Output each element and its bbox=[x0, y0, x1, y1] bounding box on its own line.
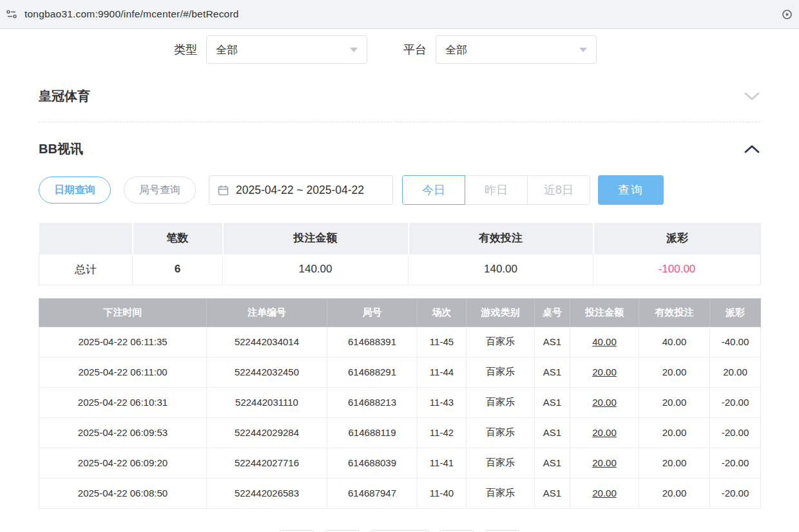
cell-bet-time: 2025-04-22 06:08:50 bbox=[39, 478, 207, 508]
date-query-tab[interactable]: 日期查询 bbox=[39, 176, 111, 204]
cell-session: 11-43 bbox=[418, 387, 467, 417]
chevron-up-icon[interactable] bbox=[744, 144, 760, 154]
cell-payout: -20.00 bbox=[710, 387, 761, 417]
cell-payout: -20.00 bbox=[710, 417, 761, 448]
header-table-no: 桌号 bbox=[535, 298, 570, 327]
cell-valid-bet: 20.00 bbox=[639, 387, 710, 417]
summary-header-valid-bet: 有效投注 bbox=[409, 223, 593, 254]
quick-range-group: 今日 昨日 近8日 bbox=[402, 175, 590, 205]
summary-total-count: 6 bbox=[133, 254, 223, 285]
cell-game-type: 百家乐 bbox=[467, 478, 535, 508]
bet-amount-link[interactable]: 20.00 bbox=[570, 387, 639, 417]
section-crown-sports[interactable]: 皇冠体育 bbox=[39, 88, 760, 105]
cell-game-type: 百家乐 bbox=[467, 448, 535, 478]
bet-amount-link[interactable]: 20.00 bbox=[570, 417, 639, 448]
table-row: 2025-04-22 06:10:31 522442031110 6146882… bbox=[39, 387, 761, 417]
site-settings-icon[interactable] bbox=[5, 8, 18, 21]
cell-valid-bet: 20.00 bbox=[639, 417, 710, 448]
section-bb-video[interactable]: BB视讯 bbox=[39, 140, 760, 158]
bet-amount-link[interactable]: 40.00 bbox=[570, 327, 639, 357]
pagination-last-button[interactable] bbox=[485, 530, 519, 532]
cell-bet-id: 522442034014 bbox=[207, 327, 327, 357]
pagination-next-button[interactable] bbox=[439, 530, 474, 532]
type-select-value: 全部 bbox=[216, 43, 238, 57]
cell-round-id: 614688119 bbox=[327, 417, 418, 448]
cell-valid-bet: 20.00 bbox=[639, 448, 710, 478]
cell-bet-id: 522442029284 bbox=[207, 417, 327, 448]
cell-table-no: AS1 bbox=[535, 478, 570, 508]
url-text[interactable]: tongbao31.com:9900/infe/mcenter/#/betRec… bbox=[24, 8, 239, 20]
today-button[interactable]: 今日 bbox=[402, 175, 465, 205]
summary-header-payout: 派彩 bbox=[593, 223, 761, 254]
table-row: 2025-04-22 06:11:35 522442034014 6146883… bbox=[39, 327, 761, 357]
pagination-first-button[interactable] bbox=[280, 530, 314, 532]
platform-select-value: 全部 bbox=[445, 43, 467, 57]
cell-table-no: AS1 bbox=[535, 327, 570, 357]
cell-bet-time: 2025-04-22 06:09:20 bbox=[39, 448, 207, 478]
table-row: 2025-04-22 06:09:53 522442029284 6146881… bbox=[39, 417, 761, 448]
header-session: 场次 bbox=[418, 298, 467, 327]
cell-session: 11-45 bbox=[418, 327, 467, 357]
cell-game-type: 百家乐 bbox=[467, 327, 535, 357]
target-circle-icon[interactable] bbox=[782, 9, 793, 20]
cell-round-id: 614688213 bbox=[327, 387, 418, 417]
summary-table-header: 笔数 投注金额 有效投注 派彩 bbox=[39, 223, 761, 254]
summary-header-bet-amount: 投注金额 bbox=[223, 223, 409, 254]
bet-record-page: 类型 全部 平台 全部 皇冠体育 BB视讯 日期查询 局号查询 bbox=[0, 35, 799, 532]
cell-round-id: 614688039 bbox=[327, 448, 418, 478]
pagination-page-indicator[interactable] bbox=[370, 530, 429, 532]
browser-address-bar: tongbao31.com:9900/infe/mcenter/#/betRec… bbox=[0, 0, 799, 29]
cell-payout: -40.00 bbox=[710, 327, 761, 357]
pagination bbox=[39, 530, 760, 532]
cell-payout: -20.00 bbox=[710, 478, 761, 508]
cell-session: 11-41 bbox=[418, 448, 467, 478]
bet-amount-link[interactable]: 20.00 bbox=[570, 478, 639, 508]
chevron-down-icon bbox=[350, 48, 358, 52]
cell-valid-bet: 40.00 bbox=[639, 327, 710, 357]
type-select[interactable]: 全部 bbox=[206, 35, 367, 64]
round-query-tab[interactable]: 局号查询 bbox=[124, 176, 196, 204]
cell-bet-time: 2025-04-22 06:10:31 bbox=[39, 387, 207, 417]
summary-total-payout: -100.00 bbox=[593, 254, 761, 285]
header-bet-amount: 投注金额 bbox=[570, 298, 639, 327]
cell-bet-id: 522442031110 bbox=[207, 387, 327, 417]
cell-valid-bet: 20.00 bbox=[639, 478, 710, 508]
table-row: 2025-04-22 06:11:00 522442032450 6146882… bbox=[39, 357, 761, 387]
cell-payout: 20.00 bbox=[710, 357, 761, 387]
cell-round-id: 614687947 bbox=[327, 478, 418, 508]
table-row: 2025-04-22 06:08:50 522442026583 6146879… bbox=[39, 478, 761, 508]
summary-table: 笔数 投注金额 有效投注 派彩 总计 6 140.00 140.00 -100.… bbox=[39, 223, 761, 285]
header-valid-bet: 有效投注 bbox=[639, 298, 710, 327]
summary-header-blank bbox=[39, 223, 133, 254]
header-round-id: 局号 bbox=[327, 298, 418, 327]
crown-sports-title: 皇冠体育 bbox=[39, 88, 90, 105]
last-8-days-button[interactable]: 近8日 bbox=[527, 175, 590, 205]
bb-video-title: BB视讯 bbox=[39, 140, 83, 158]
summary-total-row: 总计 6 140.00 140.00 -100.00 bbox=[39, 254, 761, 285]
chevron-down-icon[interactable] bbox=[744, 91, 760, 101]
header-game-type: 游戏类别 bbox=[467, 298, 535, 327]
query-toolbar: 日期查询 局号查询 2025-04-22 ~ 2025-04-22 今日 昨日 … bbox=[39, 175, 760, 205]
cell-bet-time: 2025-04-22 06:11:35 bbox=[39, 327, 207, 357]
platform-select[interactable]: 全部 bbox=[436, 35, 597, 64]
pagination-prev-button[interactable] bbox=[325, 530, 360, 532]
cell-session: 11-42 bbox=[418, 417, 467, 448]
cell-bet-id: 522442032450 bbox=[207, 357, 327, 387]
platform-filter-label: 平台 bbox=[403, 42, 427, 57]
bet-records-table: 下注时间 注单编号 局号 场次 游戏类别 桌号 投注金额 有效投注 派彩 202… bbox=[39, 298, 761, 509]
cell-bet-time: 2025-04-22 06:09:53 bbox=[39, 417, 207, 448]
summary-total-label: 总计 bbox=[39, 254, 133, 285]
filter-row: 类型 全部 平台 全部 bbox=[174, 35, 760, 64]
date-range-picker[interactable]: 2025-04-22 ~ 2025-04-22 bbox=[209, 175, 393, 205]
cell-bet-id: 522442026583 bbox=[207, 478, 327, 508]
bet-table-header: 下注时间 注单编号 局号 场次 游戏类别 桌号 投注金额 有效投注 派彩 bbox=[39, 298, 761, 327]
cell-table-no: AS1 bbox=[535, 387, 570, 417]
yesterday-button[interactable]: 昨日 bbox=[465, 175, 528, 205]
date-range-value: 2025-04-22 ~ 2025-04-22 bbox=[236, 184, 364, 197]
bet-amount-link[interactable]: 20.00 bbox=[570, 357, 639, 387]
cell-bet-time: 2025-04-22 06:11:00 bbox=[39, 357, 207, 387]
chevron-down-icon bbox=[579, 48, 587, 52]
bet-amount-link[interactable]: 20.00 bbox=[570, 448, 639, 478]
cell-session: 11-40 bbox=[418, 478, 467, 508]
search-button[interactable]: 查询 bbox=[598, 175, 664, 205]
